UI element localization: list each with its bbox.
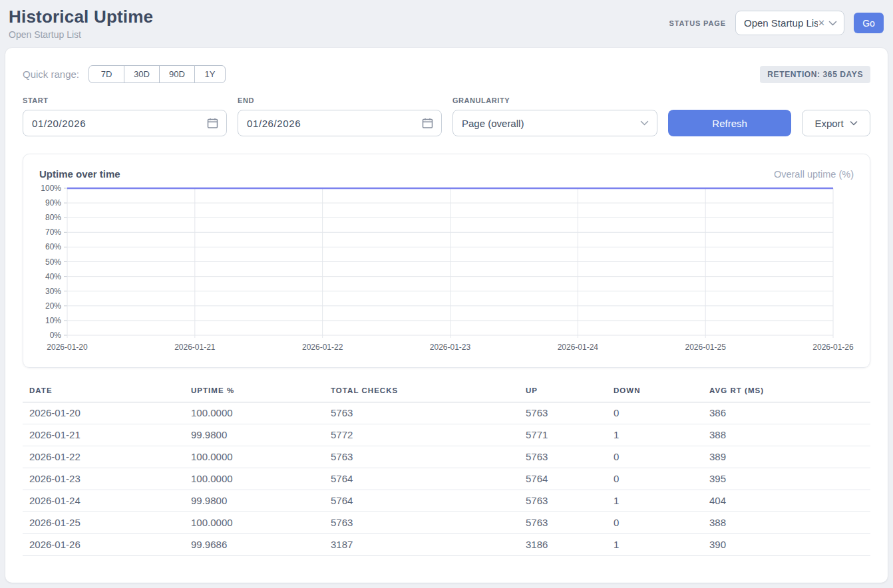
page-subtitle: Open Startup List (9, 29, 153, 40)
main-panel: Quick range: 7D 30D 90D 1Y RETENTION: 36… (5, 48, 888, 583)
quick-range-label: Quick range: (23, 69, 79, 80)
end-date-label: END (238, 96, 442, 104)
quick-range-30d-button[interactable]: 30D (124, 65, 160, 83)
table-cell: 390 (703, 534, 870, 556)
table-cell: 99.9800 (184, 424, 324, 446)
chevron-down-icon (850, 121, 858, 126)
quick-range-90d-button[interactable]: 90D (159, 65, 195, 83)
axis-tick-label: 20% (45, 301, 61, 311)
uptime-table-body: 2026-01-20100.00005763576303862026-01-21… (23, 402, 870, 556)
table-cell: 99.9800 (184, 490, 324, 512)
quick-range-group: 7D 30D 90D 1Y (89, 65, 226, 83)
table-cell: 5763 (519, 490, 607, 512)
start-date-input[interactable]: 01/20/2026 (23, 110, 227, 136)
chart-svg: 0%10%20%30%40%50%60%70%80%90%100%2026-01… (39, 181, 854, 358)
filters-row: START 01/20/2026 END 01/26/2026 GRANULAR… (23, 96, 870, 136)
uptime-line-chart: 0%10%20%30%40%50%60%70%80%90%100%2026-01… (39, 181, 854, 361)
export-button[interactable]: Export (802, 110, 870, 136)
table-cell: 0 (607, 446, 703, 468)
axis-tick-label: 2026-01-24 (558, 343, 599, 352)
table-row: 2026-01-20100.0000576357630386 (23, 402, 870, 424)
table-cell: 3186 (519, 534, 607, 556)
axis-tick-label: 2026-01-25 (685, 343, 726, 352)
axis-tick-label: 50% (45, 257, 61, 267)
table-cell: 2026-01-25 (23, 512, 184, 534)
uptime-table: DATEUPTIME %TOTAL CHECKSUPDOWNAVG RT (MS… (23, 380, 870, 556)
table-column-header: UP (519, 380, 607, 402)
table-cell: 389 (703, 446, 870, 468)
chart-header: Uptime over time Overall uptime (%) (39, 168, 854, 180)
table-row: 2026-01-22100.0000576357630389 (23, 446, 870, 468)
table-cell: 100.0000 (184, 402, 324, 424)
table-cell: 1 (607, 424, 703, 446)
axis-tick-label: 70% (45, 227, 61, 237)
table-cell: 386 (703, 402, 870, 424)
top-header: Historical Uptime Open Startup List STAT… (0, 0, 893, 44)
end-date-field: END 01/26/2026 (238, 96, 442, 136)
table-row: 2026-01-23100.0000576457640395 (23, 468, 870, 490)
chart-title: Uptime over time (39, 168, 120, 180)
table-cell: 99.9686 (184, 534, 324, 556)
table-cell: 5772 (324, 424, 519, 446)
table-cell: 395 (703, 468, 870, 490)
table-cell: 5764 (324, 490, 519, 512)
clear-selection-icon[interactable]: ✕ (818, 18, 825, 28)
axis-tick-label: 100% (41, 184, 61, 193)
table-column-header: AVG RT (MS) (703, 380, 870, 402)
axis-tick-label: 2026-01-23 (430, 343, 471, 352)
start-date-value: 01/20/2026 (32, 118, 86, 129)
calendar-icon[interactable] (422, 118, 433, 129)
table-header: DATEUPTIME %TOTAL CHECKSUPDOWNAVG RT (MS… (23, 380, 870, 402)
quick-range-7d-button[interactable]: 7D (89, 65, 124, 83)
start-date-label: START (23, 96, 227, 104)
table-column-header: UPTIME % (184, 380, 324, 402)
table-cell: 388 (703, 512, 870, 534)
table-cell: 5763 (324, 512, 519, 534)
quick-range-row: Quick range: 7D 30D 90D 1Y RETENTION: 36… (23, 65, 870, 83)
table-cell: 2026-01-21 (23, 424, 184, 446)
status-page-label: STATUS PAGE (669, 19, 726, 27)
table-cell: 5763 (324, 446, 519, 468)
axis-tick-label: 2026-01-21 (174, 343, 216, 352)
granularity-select[interactable]: Page (overall) (452, 110, 657, 136)
axis-tick-label: 0% (50, 331, 62, 340)
table-row: 2026-01-2699.9686318731861390 (23, 534, 870, 556)
granularity-value: Page (overall) (462, 118, 524, 129)
header-titles: Historical Uptime Open Startup List (9, 7, 153, 40)
table-cell: 5763 (519, 402, 607, 424)
export-button-label: Export (814, 118, 843, 129)
table-cell: 0 (607, 468, 703, 490)
axis-tick-label: 90% (45, 198, 61, 208)
table-cell: 2026-01-20 (23, 402, 184, 424)
refresh-button[interactable]: Refresh (668, 110, 791, 136)
go-button[interactable]: Go (854, 13, 884, 33)
axis-tick-label: 2026-01-20 (47, 343, 88, 352)
table-cell: 2026-01-24 (23, 490, 184, 512)
axis-tick-label: 60% (45, 242, 61, 251)
start-date-field: START 01/20/2026 (23, 96, 227, 136)
axis-tick-label: 30% (45, 287, 61, 296)
table-row: 2026-01-2499.9800576457631404 (23, 490, 870, 512)
status-page-select[interactable]: Open Startup List ✕ (735, 11, 844, 35)
axis-tick-label: 2026-01-26 (812, 343, 854, 352)
table-cell: 1 (607, 490, 703, 512)
uptime-chart-card: Uptime over time Overall uptime (%) 0%10… (23, 154, 870, 368)
end-date-input[interactable]: 01/26/2026 (238, 110, 442, 136)
axis-tick-label: 80% (45, 213, 61, 222)
calendar-icon[interactable] (207, 118, 218, 129)
table-cell: 5764 (324, 468, 519, 490)
axis-tick-label: 2026-01-22 (302, 343, 343, 352)
table-cell: 0 (607, 402, 703, 424)
table-cell: 1 (607, 534, 703, 556)
table-row: 2026-01-2199.9800577257711388 (23, 424, 870, 446)
table-column-header: DOWN (607, 380, 703, 402)
table-cell: 100.0000 (184, 512, 324, 534)
header-right: STATUS PAGE Open Startup List ✕ Go (669, 11, 884, 35)
table-cell: 5763 (519, 446, 607, 468)
end-date-value: 01/26/2026 (247, 118, 301, 129)
chevron-down-icon (828, 21, 837, 26)
table-column-header: TOTAL CHECKS (324, 380, 519, 402)
quick-range-1y-button[interactable]: 1Y (194, 65, 226, 83)
table-cell: 2026-01-23 (23, 468, 184, 490)
axis-tick-label: 40% (45, 272, 61, 281)
